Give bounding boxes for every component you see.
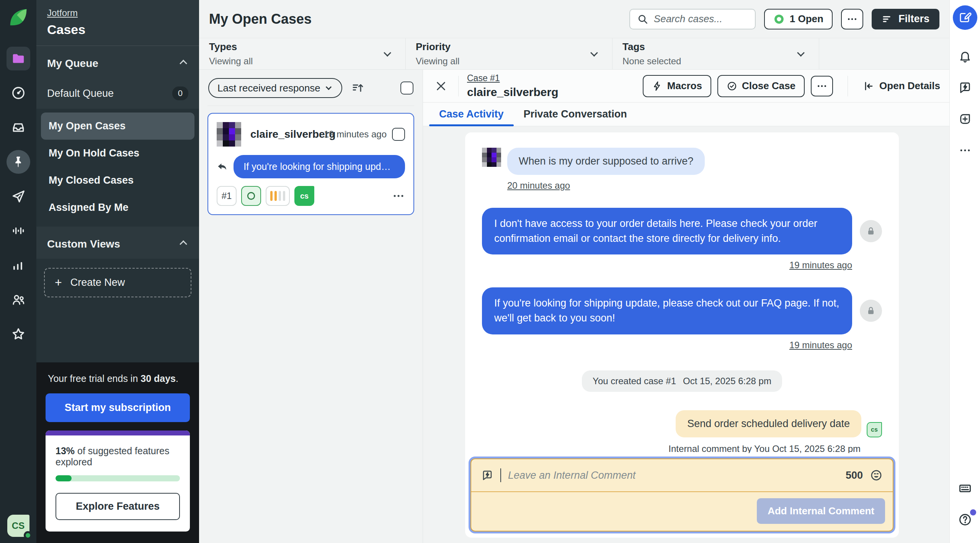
case-detail-panel: Case #1 claire_silverberg Macros Close C… <box>423 70 949 543</box>
compose-icon <box>959 11 972 24</box>
my-queue-section-header[interactable]: My Queue <box>36 46 199 78</box>
features-progress-track <box>56 475 180 481</box>
open-cases-count-button[interactable]: 1 Open <box>764 9 833 29</box>
filter-lines-icon <box>882 13 893 25</box>
header-more-button[interactable] <box>841 9 863 29</box>
open-details-button[interactable]: Open Details <box>862 75 940 97</box>
star-icon[interactable] <box>7 322 30 346</box>
filter-types-label: Types <box>209 41 385 53</box>
case-activity-area: When is my order supposed to arrive? 20 … <box>423 126 949 543</box>
case-card-claire-silverberg[interactable]: claire_silverberg 19 minutes ago If you'… <box>207 113 414 215</box>
case-checkbox[interactable] <box>392 128 405 141</box>
chevron-up-icon <box>180 60 187 67</box>
breadcrumb-jotform[interactable]: Jotform <box>47 8 78 18</box>
page-title: My Open Cases <box>209 11 312 27</box>
ellipsis-icon <box>846 13 858 25</box>
case-priority-badge[interactable] <box>266 186 290 206</box>
outgoing-message-time[interactable]: 19 minutes ago <box>789 340 852 351</box>
tab-private-conversation[interactable]: Private Conversation <box>514 103 637 126</box>
filter-bar: Types Viewing all Priority Viewing all T… <box>199 38 949 70</box>
inbox-icon[interactable] <box>7 116 30 139</box>
tab-case-activity[interactable]: Case Activity <box>429 103 514 126</box>
case-identity: Case #1 claire_silverberg <box>467 73 559 99</box>
text-caret <box>500 468 501 482</box>
check-circle-icon <box>727 81 737 91</box>
pin-icon[interactable] <box>7 150 30 174</box>
main-header: My Open Cases 1 Open Filters <box>199 0 949 38</box>
paper-plane-icon[interactable] <box>7 184 30 208</box>
sidebar-title: Cases <box>47 22 188 37</box>
open-status-donut-icon <box>773 13 785 25</box>
internal-comment-input[interactable] <box>508 470 839 481</box>
divider <box>458 76 459 96</box>
incoming-message-time[interactable]: 20 minutes ago <box>507 180 882 191</box>
select-all-checkbox[interactable] <box>400 82 413 95</box>
gauge-icon[interactable] <box>7 81 30 105</box>
more-options-icon[interactable] <box>956 141 975 160</box>
bar-chart-icon[interactable] <box>7 253 30 277</box>
search-box <box>629 9 756 29</box>
private-reply-avatar <box>860 220 882 242</box>
folder-icon[interactable] <box>7 47 30 70</box>
default-queue-label: Default Queue <box>47 88 114 99</box>
sprout-logo[interactable] <box>7 5 30 29</box>
sort-dropdown[interactable]: Last received response <box>208 78 342 98</box>
filter-priority[interactable]: Priority Viewing all <box>406 38 612 69</box>
reply-arrow-icon <box>217 160 227 174</box>
main-content: My Open Cases 1 Open Filters Types Viewi… <box>199 0 949 543</box>
feedback-comment-bolt-icon[interactable] <box>956 78 975 97</box>
sidebar-item-assigned-by-me[interactable]: Assigned By Me <box>41 194 194 221</box>
sidebar-item-default-queue[interactable]: Default Queue 0 <box>36 78 199 109</box>
private-reply-avatar <box>860 300 882 322</box>
add-internal-comment-button[interactable]: Add Internal Comment <box>757 498 885 524</box>
case-more-icon[interactable] <box>392 189 405 202</box>
start-subscription-button[interactable]: Start my subscription <box>46 393 190 422</box>
comment-bolt-icon <box>481 469 493 481</box>
features-progress-label: 13% of suggested features explored <box>56 445 180 468</box>
outgoing-message: I don't have access to your order detail… <box>482 208 882 254</box>
user-avatar[interactable]: CS <box>7 515 29 537</box>
filter-tags-label: Tags <box>622 41 798 53</box>
help-icon[interactable] <box>956 510 975 529</box>
case-more-button[interactable] <box>811 76 833 96</box>
sidebar-item-my-closed-cases[interactable]: My Closed Cases <box>41 167 194 194</box>
notifications-bell-icon[interactable] <box>956 47 975 66</box>
customer-avatar <box>482 148 501 167</box>
sort-order-icon[interactable] <box>351 82 364 95</box>
case-list-panel: Last received response clair <box>199 70 423 543</box>
sidebar-item-my-open-cases[interactable]: My Open Cases <box>41 113 194 140</box>
incoming-message-bubble: When is my order supposed to arrive? <box>507 148 705 175</box>
filter-tags-value: None selected <box>622 56 798 67</box>
emoji-icon[interactable] <box>870 469 883 482</box>
outgoing-message-time[interactable]: 19 minutes ago <box>789 260 852 271</box>
search-input[interactable] <box>654 13 748 25</box>
case-username: claire_silverberg <box>250 128 336 140</box>
cases-sidebar: Jotform Cases My Queue Default Queue 0 M… <box>36 0 199 543</box>
create-new-label: Create New <box>70 277 125 289</box>
add-leaf-icon[interactable] <box>956 109 975 129</box>
filters-button[interactable]: Filters <box>872 9 939 29</box>
assignee-badge[interactable]: cs <box>294 186 314 206</box>
card-accent-bar <box>46 430 190 435</box>
macros-button[interactable]: Macros <box>643 75 711 97</box>
filter-types[interactable]: Types Viewing all <box>199 38 406 69</box>
case-status-badge[interactable] <box>241 186 261 206</box>
close-case-button[interactable]: Close Case <box>717 75 805 97</box>
filter-tags[interactable]: Tags None selected <box>612 38 819 69</box>
people-icon[interactable] <box>7 288 30 311</box>
compose-button[interactable] <box>953 5 977 30</box>
macros-label: Macros <box>667 80 702 92</box>
chevron-down-icon <box>797 49 805 57</box>
trial-panel: Your free trial ends in 30 days. Start m… <box>36 362 199 543</box>
levels-icon[interactable] <box>7 219 30 243</box>
keyboard-shortcuts-icon[interactable] <box>956 479 975 498</box>
create-new-button[interactable]: + Create New <box>44 268 191 297</box>
chevron-down-icon <box>326 84 332 90</box>
explore-features-button[interactable]: Explore Features <box>56 493 180 520</box>
filter-priority-value: Viewing all <box>416 56 591 67</box>
close-detail-button[interactable] <box>432 77 450 95</box>
case-number-link[interactable]: Case #1 <box>467 73 500 83</box>
open-details-icon <box>862 80 874 92</box>
sidebar-item-my-on-hold-cases[interactable]: My On Hold Cases <box>41 140 194 167</box>
custom-views-section-header[interactable]: Custom Views <box>36 227 199 259</box>
